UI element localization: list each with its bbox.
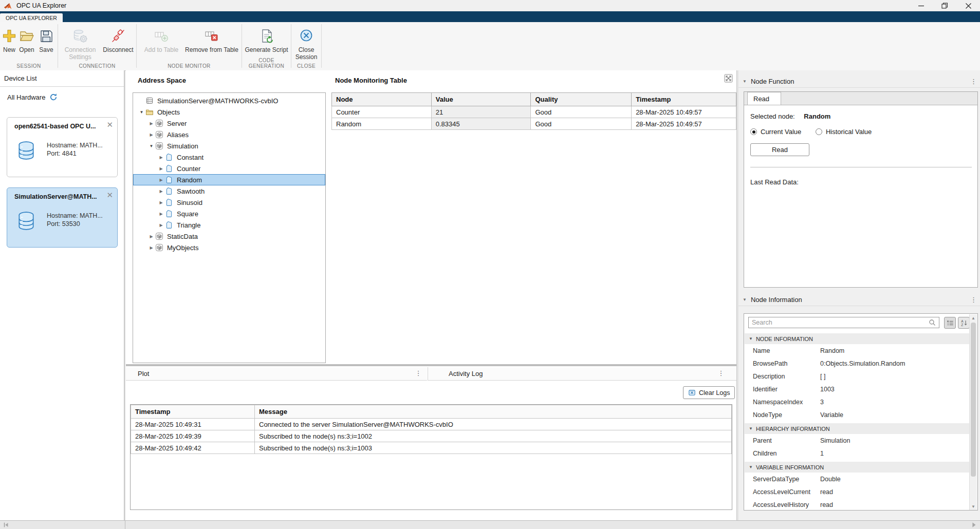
tree-node-label: Counter	[177, 165, 200, 173]
collapse-triangle-icon[interactable]: ▼	[743, 79, 747, 84]
table-row[interactable]: 28-Mar-2025 10:49:42Subscribed to the no…	[131, 442, 732, 454]
tree-node-sawtooth[interactable]: ▶Sawtooth	[133, 185, 325, 197]
device-list-panel: Device List All Hardware open62541-based…	[0, 70, 125, 520]
tree-node-constant[interactable]: ▶Constant	[133, 152, 325, 163]
expander-icon[interactable]: ▶	[147, 133, 155, 137]
save-button[interactable]: Save	[38, 25, 54, 53]
node-information-header: ▼ Node Information ⋮	[738, 293, 980, 306]
activity-log-menu-icon[interactable]: ⋮	[717, 369, 725, 377]
expander-icon[interactable]: ▶	[157, 200, 165, 205]
close-session-button[interactable]: Close Session	[293, 25, 319, 61]
object-icon	[155, 243, 164, 252]
table-row[interactable]: Counter21Good28-Mar-2025 10:49:57	[332, 106, 736, 118]
table-row[interactable]: 28-Mar-2025 10:49:31Connected to the ser…	[131, 419, 732, 430]
sort-alphabetical-button[interactable]: A Z	[958, 317, 970, 329]
device-name: SimulationServer@MATH...	[14, 193, 97, 200]
historical-value-radio[interactable]: Historical Value	[816, 128, 872, 136]
collapse-triangle-icon: ▼	[749, 426, 753, 431]
tree-node-triangle[interactable]: ▶Triangle	[133, 219, 325, 231]
group-label-node-monitor: NODE MONITOR	[137, 63, 242, 69]
scroll-up-icon[interactable]: ▲	[970, 314, 977, 322]
close-window-button[interactable]	[956, 0, 980, 11]
expander-icon[interactable]: ▼	[138, 110, 145, 115]
expand-right-icon[interactable]	[970, 521, 977, 528]
property-section-header[interactable]: ▼NODE INFORMATION	[745, 333, 971, 344]
tree-node-objects[interactable]: ▼Objects	[133, 106, 325, 118]
database-icon	[15, 210, 37, 232]
open-button[interactable]: Open	[19, 25, 35, 53]
collapse-triangle-icon[interactable]: ▼	[743, 297, 747, 302]
property-row: Identifier1003	[745, 383, 971, 395]
device-port: Port: 4841	[47, 150, 77, 157]
expander-icon[interactable]: ▶	[157, 155, 165, 160]
plot-menu-icon[interactable]: ⋮	[415, 369, 422, 377]
remove-from-table-button[interactable]: Remove from Table	[184, 25, 239, 53]
selected-node-label: Selected node:	[750, 112, 795, 120]
expand-panel-icon[interactable]	[724, 74, 733, 83]
object-icon	[155, 130, 164, 139]
generate-script-button[interactable]: Generate Script	[245, 25, 288, 53]
search-placeholder: Search	[752, 319, 929, 326]
tab-opc-ua-explorer[interactable]: OPC UA EXPLORER	[0, 13, 63, 22]
column-header-value: Value	[431, 93, 531, 106]
property-row: AccessLevelHistoryread	[745, 498, 971, 511]
table-row[interactable]: Random0.83345Good28-Mar-2025 10:49:57	[332, 118, 736, 130]
property-section-header[interactable]: ▼HIERARCHY INFORMATION	[745, 423, 971, 434]
tree-node-server[interactable]: ▶Server	[133, 118, 325, 129]
variable-icon	[165, 153, 174, 161]
device-card-open62541[interactable]: open62541-based OPC U... ✕ Hostname: MAT…	[7, 117, 118, 177]
table-row[interactable]: 28-Mar-2025 10:49:39Subscribed to the no…	[131, 430, 732, 442]
property-row: AccessLevelCurrentread	[745, 485, 971, 498]
close-device-icon[interactable]: ✕	[106, 121, 113, 128]
expander-icon[interactable]: ▶	[157, 166, 165, 171]
add-to-table-button: Add to Table	[141, 25, 182, 53]
tree-node-sinusoid[interactable]: ▶Sinusoid	[133, 197, 325, 208]
restore-button[interactable]	[933, 0, 956, 11]
expander-icon[interactable]: ▶	[157, 178, 165, 182]
search-input[interactable]: Search	[748, 317, 939, 328]
group-properties-button[interactable]	[944, 317, 956, 329]
tree-node-counter[interactable]: ▶Counter	[133, 163, 325, 174]
expander-icon[interactable]: ▶	[157, 189, 165, 194]
expander-icon[interactable]: ▶	[147, 245, 155, 250]
expander-icon[interactable]: ▶	[147, 121, 155, 126]
tree-node-myobjects[interactable]: ▶MyObjects	[133, 242, 325, 253]
expander-icon[interactable]: ▶	[157, 212, 165, 216]
new-button[interactable]: New	[1, 25, 17, 53]
tab-read[interactable]: Read	[747, 92, 781, 105]
node-information-menu-icon[interactable]: ⋮	[970, 296, 977, 304]
refresh-icon[interactable]	[49, 93, 58, 101]
collapse-left-icon[interactable]	[3, 521, 10, 528]
tree-node-aliases[interactable]: ▶Aliases	[133, 129, 325, 140]
tree-node-square[interactable]: ▶Square	[133, 208, 325, 219]
selected-node-value: Random	[804, 112, 830, 120]
horizontal-splitter[interactable]	[126, 364, 736, 366]
table-cell: 28-Mar-2025 10:49:31	[131, 419, 255, 430]
expander-icon[interactable]: ▶	[157, 223, 165, 228]
device-card-simulationserver[interactable]: SimulationServer@MATH... ✕ Hostname: MAT…	[7, 187, 118, 248]
scrollbar[interactable]: ▲ ▼	[969, 314, 977, 510]
current-value-radio[interactable]: Current Value	[750, 128, 801, 136]
node-function-menu-icon[interactable]: ⋮	[970, 78, 977, 85]
tree-node-simulationserver-mathworks-cvbio[interactable]: SimulationServer@MATHWORKS-cvbIO	[133, 95, 325, 106]
remove-from-table-icon	[204, 28, 220, 44]
expander-icon[interactable]: ▶	[147, 234, 155, 239]
clear-logs-button[interactable]: Clear Logs	[683, 386, 735, 399]
last-read-data-label: Last Read Data:	[750, 178, 799, 186]
tree-node-random[interactable]: ▶Random	[133, 174, 325, 185]
property-section-header[interactable]: ▼VARIABLE INFORMATION	[745, 462, 971, 473]
scroll-down-icon[interactable]: ▼	[970, 503, 977, 510]
object-icon	[155, 119, 164, 127]
property-name: AccessLevelCurrent	[745, 488, 820, 496]
tree-node-label: Objects	[157, 108, 180, 116]
minimize-button[interactable]	[909, 0, 933, 11]
disconnect-button[interactable]: Disconnect	[101, 25, 135, 53]
tree-node-simulation[interactable]: ▼Simulation	[133, 140, 325, 152]
read-button[interactable]: Read	[750, 143, 809, 156]
column-header-quality: Quality	[531, 93, 632, 106]
scroll-thumb[interactable]	[971, 323, 976, 477]
expander-icon[interactable]: ▼	[147, 144, 155, 148]
close-device-icon[interactable]: ✕	[106, 191, 113, 199]
tree-node-staticdata[interactable]: ▶StaticData	[133, 231, 325, 242]
variable-icon	[165, 210, 174, 218]
